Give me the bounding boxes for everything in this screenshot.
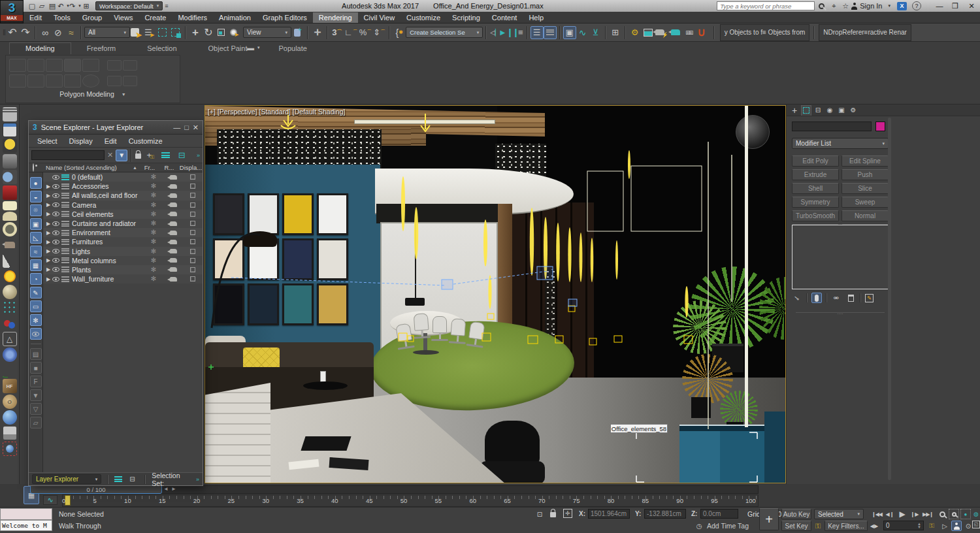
select-place-icon[interactable]: ➤: [228, 25, 241, 40]
select-object-icon[interactable]: ➤: [130, 25, 143, 40]
renderable-icon[interactable]: [170, 202, 177, 207]
freeze-icon[interactable]: ✻: [151, 229, 156, 236]
display-hidden-icon[interactable]: [30, 328, 42, 340]
select-manipulate-icon[interactable]: ✛: [311, 25, 324, 40]
isolate-selection-icon[interactable]: ⊡: [534, 509, 545, 519]
close-button[interactable]: ✕: [963, 2, 980, 10]
pan-view-icon[interactable]: ▷: [939, 521, 950, 531]
zoom-all-icon[interactable]: [949, 509, 959, 519]
layers-stack-icon[interactable]: [161, 152, 170, 159]
eye-icon[interactable]: [52, 221, 59, 226]
layer-explorer-toggle[interactable]: ☰: [531, 26, 544, 39]
modifier-button[interactable]: Push: [841, 169, 889, 180]
new-file-icon[interactable]: ▢: [27, 2, 37, 10]
percent-snap-icon[interactable]: %⌒: [359, 25, 373, 40]
object-color-swatch[interactable]: [875, 121, 885, 131]
ribbon-tab[interactable]: Selection: [131, 43, 192, 54]
flower-icon[interactable]: [3, 347, 17, 362]
display-cameras-icon[interactable]: ▣: [30, 218, 42, 230]
renderable-icon[interactable]: [170, 193, 177, 198]
isolate-ribbon-icon[interactable]: [123, 76, 137, 86]
key-filter-icon[interactable]: ⚿: [813, 521, 823, 531]
remove-modifier-icon[interactable]: [845, 293, 856, 303]
walk-through-icon[interactable]: [951, 521, 962, 531]
auto-key-button[interactable]: Auto Key: [781, 509, 811, 519]
explorer-maximize-button[interactable]: □: [184, 123, 189, 131]
time-tag-icon[interactable]: ◷: [694, 521, 704, 531]
y-field[interactable]: -132.881cm: [644, 509, 686, 519]
layer-row[interactable]: ▶ Wall_furniture ✻: [43, 274, 203, 283]
freeze-icon[interactable]: ✻: [151, 192, 156, 199]
display-geometry-icon[interactable]: ●: [30, 177, 42, 189]
explorer-minimize-button[interactable]: —: [173, 123, 180, 131]
explorer-menu-item[interactable]: Display: [63, 136, 99, 146]
eye-icon[interactable]: [52, 267, 59, 272]
sign-in-button[interactable]: Sign In▾: [851, 2, 890, 10]
particle-array-icon[interactable]: [3, 300, 17, 315]
snap-toggle-3d-icon[interactable]: 3⌒: [331, 25, 344, 40]
explorer-menu-item[interactable]: Edit: [99, 136, 123, 146]
preview-multi-icon[interactable]: [27, 74, 44, 88]
freeze-icon[interactable]: ✻: [151, 183, 156, 189]
layer-row[interactable]: ▶ Curtains and radiator ✻: [43, 219, 203, 228]
favorites-icon[interactable]: ☆: [840, 2, 851, 10]
shell-icon[interactable]: O: [3, 395, 17, 409]
pin-stack-icon[interactable]: [107, 60, 122, 71]
app-logo[interactable]: 3 MAX: [0, 0, 24, 24]
menu-item[interactable]: Create: [139, 12, 172, 23]
display-lights-icon[interactable]: ⌾: [30, 204, 42, 216]
column-header[interactable]: Name (Sorted Ascending) ▲ Fr... R... Dis…: [29, 163, 203, 172]
scene-explorer-toggle[interactable]: [544, 26, 557, 39]
display-icon[interactable]: [190, 193, 195, 198]
freeze-icon[interactable]: ✻: [151, 276, 156, 282]
docked-toolbar-2[interactable]: NDropReferer≡ractive Renar: [819, 24, 911, 41]
align-icon[interactable]: ❙❙≡: [506, 25, 523, 40]
layer-row[interactable]: ▶ Environment ✻: [43, 228, 203, 237]
video-camera-icon[interactable]: [3, 186, 17, 200]
maxscript-mini-listener[interactable]: [0, 508, 52, 520]
zoom-extents-icon[interactable]: ●: [960, 509, 971, 519]
border-mode-icon[interactable]: [46, 59, 63, 72]
a360-render-icon[interactable]: ⊞⊞: [682, 25, 695, 40]
select-by-name-icon[interactable]: ☰➤: [143, 25, 156, 40]
renderable-icon[interactable]: [170, 212, 177, 216]
masked-sphere-icon[interactable]: [3, 442, 17, 456]
display-icon[interactable]: [190, 174, 195, 180]
menu-item[interactable]: Help: [523, 12, 549, 23]
menu-item[interactable]: Tools: [48, 12, 76, 23]
renderable-icon[interactable]: [170, 267, 177, 272]
workspace-dropdown[interactable]: Workspace: Default▾: [95, 1, 163, 10]
polygon-mode-icon[interactable]: [64, 59, 81, 72]
explorer-menu-item[interactable]: Customize: [123, 136, 169, 146]
freeze-icon[interactable]: ✻: [151, 202, 156, 208]
modifier-list-dropdown[interactable]: Modifier List▾: [792, 138, 889, 149]
render-cloud-icon[interactable]: ∪: [695, 25, 708, 40]
plane-icon[interactable]: [3, 201, 17, 210]
bind-spacewarp-icon[interactable]: ≈: [65, 25, 78, 40]
modifier-stack[interactable]: [792, 225, 889, 289]
display-tab[interactable]: ▣: [836, 105, 847, 116]
schematic-view-icon[interactable]: ⊻: [589, 25, 602, 40]
hierarchy-view-icon[interactable]: ⊟: [175, 150, 188, 161]
add-time-tag[interactable]: Add Time Tag: [707, 522, 749, 530]
layer-row[interactable]: ▶ Ceil elements ✻: [43, 210, 203, 219]
modifier-button[interactable]: Slice: [841, 183, 889, 194]
pin-stack-icon[interactable]: ⊸: [790, 291, 805, 306]
modifier-button[interactable]: Sweep: [841, 197, 889, 208]
explorer-search-input[interactable]: [31, 150, 105, 160]
show-end-result-ribbon-icon[interactable]: [107, 76, 122, 86]
panel-label[interactable]: Polygon Modeling: [59, 90, 114, 98]
undo-icon[interactable]: ↶▾: [57, 2, 69, 10]
go-to-end-button[interactable]: ▶▶❙: [921, 509, 934, 519]
named-selection-set-dropdown[interactable]: Create Selection Se▾: [406, 27, 483, 38]
reference-coordsys-dropdown[interactable]: View▾: [243, 27, 291, 38]
eye-icon[interactable]: [52, 240, 59, 244]
light-lister-icon[interactable]: [3, 138, 17, 153]
sort-list-icon[interactable]: ▤: [30, 348, 42, 360]
dome-icon[interactable]: [3, 212, 17, 221]
time-slider-handle[interactable]: 0 / 100: [30, 485, 162, 494]
ribbon-tab[interactable]: Modeling: [9, 42, 71, 54]
search-icon[interactable]: [815, 3, 828, 9]
previous-frame-button[interactable]: ◀❙: [885, 509, 895, 519]
lock-icon[interactable]: [135, 153, 141, 159]
